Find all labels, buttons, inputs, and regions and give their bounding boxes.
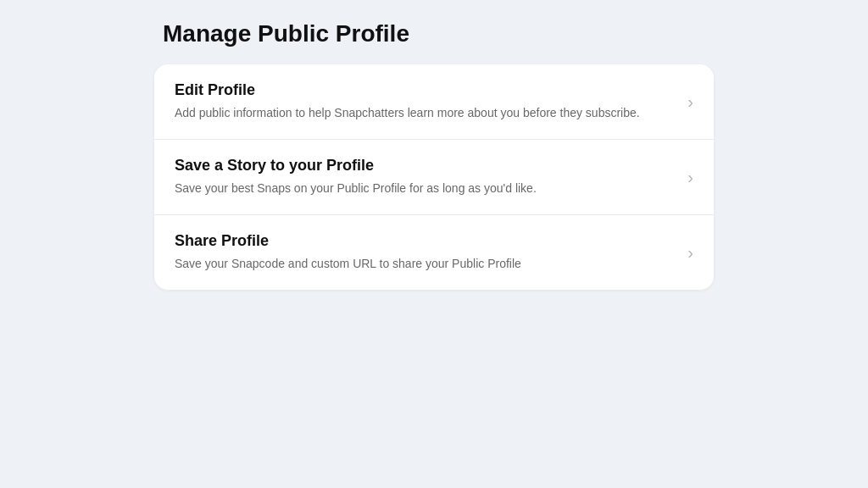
menu-item-content-save-story: Save a Story to your Profile Save your b… bbox=[175, 157, 687, 197]
page-container: Manage Public Profile Edit Profile Add p… bbox=[137, 0, 731, 307]
menu-item-share-profile[interactable]: Share Profile Save your Snapcode and cus… bbox=[154, 215, 714, 290]
menu-item-description-edit-profile: Add public information to help Snapchatt… bbox=[175, 104, 674, 122]
menu-item-description-share-profile: Save your Snapcode and custom URL to sha… bbox=[175, 255, 674, 273]
menu-item-title-save-story: Save a Story to your Profile bbox=[175, 157, 674, 175]
menu-item-title-edit-profile: Edit Profile bbox=[175, 81, 674, 99]
menu-card: Edit Profile Add public information to h… bbox=[154, 64, 714, 290]
menu-item-save-story[interactable]: Save a Story to your Profile Save your b… bbox=[154, 140, 714, 215]
page-title: Manage Public Profile bbox=[154, 20, 714, 47]
menu-item-edit-profile[interactable]: Edit Profile Add public information to h… bbox=[154, 64, 714, 140]
menu-item-title-share-profile: Share Profile bbox=[175, 232, 674, 250]
menu-item-content-edit-profile: Edit Profile Add public information to h… bbox=[175, 81, 687, 122]
chevron-right-icon-save-story: › bbox=[687, 168, 693, 187]
chevron-right-icon-share-profile: › bbox=[687, 243, 693, 263]
chevron-right-icon-edit-profile: › bbox=[687, 92, 693, 112]
menu-item-content-share-profile: Share Profile Save your Snapcode and cus… bbox=[175, 232, 687, 273]
menu-item-description-save-story: Save your best Snaps on your Public Prof… bbox=[175, 180, 674, 197]
